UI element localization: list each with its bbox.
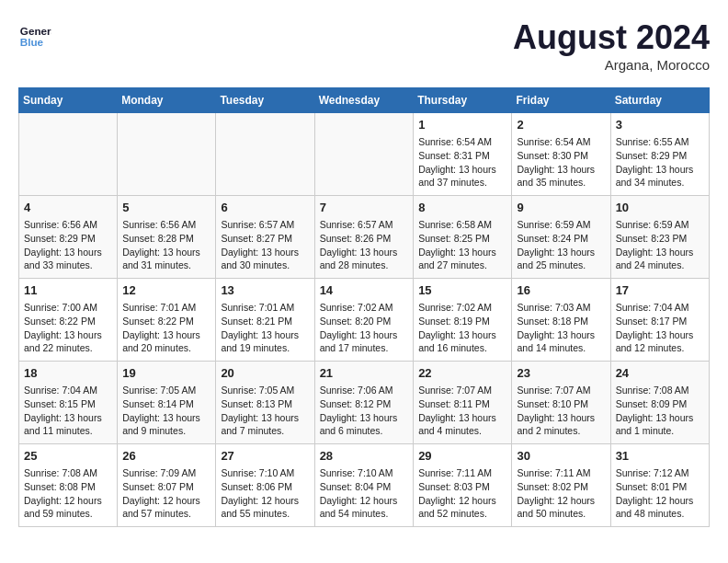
- day-cell-14: 14Sunrise: 7:02 AMSunset: 8:20 PMDayligh…: [314, 279, 414, 362]
- day-info: Daylight: 12 hours and 59 minutes.: [24, 494, 112, 521]
- day-number: 27: [221, 448, 309, 465]
- day-cell-27: 27Sunrise: 7:10 AMSunset: 8:06 PMDayligh…: [216, 444, 314, 527]
- day-number: 5: [122, 200, 210, 216]
- day-info: Sunset: 8:20 PM: [320, 315, 409, 328]
- day-info: Sunrise: 6:54 AM: [418, 135, 506, 149]
- day-info: Sunrise: 7:08 AM: [24, 466, 112, 480]
- day-info: Sunrise: 7:11 AM: [418, 466, 506, 480]
- day-info: Sunset: 8:11 PM: [418, 397, 506, 411]
- day-info: Sunrise: 6:59 AM: [517, 218, 605, 232]
- day-info: Daylight: 12 hours and 55 minutes.: [221, 494, 309, 521]
- day-info: Daylight: 13 hours and 14 minutes.: [517, 328, 605, 355]
- day-info: Daylight: 13 hours and 24 minutes.: [616, 246, 704, 272]
- day-info: Sunrise: 7:07 AM: [517, 384, 605, 397]
- day-info: Sunset: 8:19 PM: [418, 315, 506, 328]
- empty-cell: [19, 113, 118, 196]
- header-day-monday: Monday: [118, 88, 216, 113]
- day-info: Daylight: 12 hours and 48 minutes.: [616, 494, 704, 521]
- day-info: Sunset: 8:02 PM: [517, 480, 605, 494]
- day-info: Daylight: 13 hours and 7 minutes.: [221, 411, 309, 438]
- day-number: 8: [418, 200, 506, 216]
- day-info: Daylight: 13 hours and 22 minutes.: [24, 328, 112, 355]
- day-info: Sunrise: 7:05 AM: [221, 384, 309, 397]
- header-day-thursday: Thursday: [414, 88, 512, 113]
- day-info: Daylight: 13 hours and 37 minutes.: [418, 163, 506, 190]
- day-info: Sunset: 8:01 PM: [616, 480, 704, 494]
- week-row-2: 4Sunrise: 6:56 AMSunset: 8:29 PMDaylight…: [19, 196, 710, 279]
- day-cell-18: 18Sunrise: 7:04 AMSunset: 8:15 PMDayligh…: [19, 362, 118, 444]
- day-info: Sunset: 8:22 PM: [122, 315, 210, 328]
- day-number: 9: [517, 200, 605, 216]
- day-cell-9: 9Sunrise: 6:59 AMSunset: 8:24 PMDaylight…: [512, 196, 610, 279]
- day-cell-3: 3Sunrise: 6:55 AMSunset: 8:29 PMDaylight…: [610, 113, 709, 196]
- day-info: Sunrise: 7:06 AM: [320, 384, 409, 397]
- day-info: Sunset: 8:25 PM: [418, 232, 506, 246]
- day-number: 21: [320, 365, 409, 382]
- empty-cell: [118, 113, 216, 196]
- day-cell-1: 1Sunrise: 6:54 AMSunset: 8:31 PMDaylight…: [414, 113, 512, 196]
- day-info: Sunset: 8:09 PM: [616, 397, 704, 411]
- day-cell-13: 13Sunrise: 7:01 AMSunset: 8:21 PMDayligh…: [216, 279, 314, 362]
- day-number: 31: [616, 448, 704, 465]
- day-info: Daylight: 12 hours and 50 minutes.: [517, 494, 605, 521]
- day-number: 14: [320, 282, 409, 299]
- day-info: Daylight: 13 hours and 4 minutes.: [418, 411, 506, 438]
- day-info: Daylight: 13 hours and 11 minutes.: [24, 411, 112, 438]
- day-info: Sunset: 8:06 PM: [221, 480, 309, 494]
- week-row-5: 25Sunrise: 7:08 AMSunset: 8:08 PMDayligh…: [19, 444, 710, 527]
- day-number: 30: [517, 448, 605, 465]
- day-info: Sunset: 8:28 PM: [122, 232, 210, 246]
- day-info: Daylight: 13 hours and 19 minutes.: [221, 328, 309, 355]
- day-info: Daylight: 13 hours and 9 minutes.: [122, 411, 210, 438]
- day-cell-6: 6Sunrise: 6:57 AMSunset: 8:27 PMDaylight…: [216, 196, 314, 279]
- day-number: 12: [122, 282, 210, 299]
- day-info: Sunrise: 7:09 AM: [122, 466, 210, 480]
- day-info: Sunrise: 7:07 AM: [418, 384, 506, 397]
- day-number: 13: [221, 282, 309, 299]
- page-header: General Blue August 2024 Argana, Morocco: [18, 18, 710, 73]
- day-number: 16: [517, 282, 605, 299]
- day-info: Sunrise: 7:03 AM: [517, 301, 605, 315]
- day-info: Daylight: 13 hours and 17 minutes.: [320, 328, 409, 355]
- day-info: Sunset: 8:29 PM: [616, 149, 704, 163]
- day-info: Sunset: 8:22 PM: [24, 315, 112, 328]
- day-info: Daylight: 13 hours and 35 minutes.: [517, 163, 605, 190]
- day-info: Sunrise: 7:10 AM: [320, 466, 409, 480]
- day-info: Daylight: 13 hours and 27 minutes.: [418, 246, 506, 272]
- day-info: Sunrise: 6:54 AM: [517, 135, 605, 149]
- day-cell-22: 22Sunrise: 7:07 AMSunset: 8:11 PMDayligh…: [414, 362, 512, 444]
- day-info: Sunrise: 7:01 AM: [221, 301, 309, 315]
- day-info: Sunset: 8:10 PM: [517, 397, 605, 411]
- day-cell-12: 12Sunrise: 7:01 AMSunset: 8:22 PMDayligh…: [118, 279, 216, 362]
- day-info: Sunset: 8:13 PM: [221, 397, 309, 411]
- day-info: Daylight: 13 hours and 28 minutes.: [320, 246, 409, 272]
- day-info: Sunrise: 6:56 AM: [122, 218, 210, 232]
- day-info: Sunset: 8:15 PM: [24, 397, 112, 411]
- day-info: Sunrise: 6:58 AM: [418, 218, 506, 232]
- day-number: 4: [24, 200, 112, 216]
- day-number: 22: [418, 365, 506, 382]
- day-cell-7: 7Sunrise: 6:57 AMSunset: 8:26 PMDaylight…: [314, 196, 414, 279]
- day-info: Sunset: 8:29 PM: [24, 232, 112, 246]
- day-info: Sunset: 8:04 PM: [320, 480, 409, 494]
- day-info: Sunrise: 6:56 AM: [24, 218, 112, 232]
- day-info: Daylight: 13 hours and 31 minutes.: [122, 246, 210, 272]
- day-info: Daylight: 12 hours and 52 minutes.: [418, 494, 506, 521]
- day-info: Sunset: 8:18 PM: [517, 315, 605, 328]
- day-info: Daylight: 13 hours and 1 minute.: [616, 411, 704, 438]
- day-cell-21: 21Sunrise: 7:06 AMSunset: 8:12 PMDayligh…: [314, 362, 414, 444]
- day-number: 11: [24, 282, 112, 299]
- day-cell-19: 19Sunrise: 7:05 AMSunset: 8:14 PMDayligh…: [118, 362, 216, 444]
- day-info: Sunset: 8:12 PM: [320, 397, 409, 411]
- day-info: Sunrise: 7:08 AM: [616, 384, 704, 397]
- day-info: Sunrise: 7:04 AM: [24, 384, 112, 397]
- day-cell-24: 24Sunrise: 7:08 AMSunset: 8:09 PMDayligh…: [610, 362, 709, 444]
- day-cell-11: 11Sunrise: 7:00 AMSunset: 8:22 PMDayligh…: [19, 279, 118, 362]
- day-number: 10: [616, 200, 704, 216]
- day-info: Daylight: 13 hours and 25 minutes.: [517, 246, 605, 272]
- day-cell-10: 10Sunrise: 6:59 AMSunset: 8:23 PMDayligh…: [610, 196, 709, 279]
- day-number: 17: [616, 282, 704, 299]
- day-number: 15: [418, 282, 506, 299]
- day-cell-30: 30Sunrise: 7:11 AMSunset: 8:02 PMDayligh…: [512, 444, 610, 527]
- day-cell-2: 2Sunrise: 6:54 AMSunset: 8:30 PMDaylight…: [512, 113, 610, 196]
